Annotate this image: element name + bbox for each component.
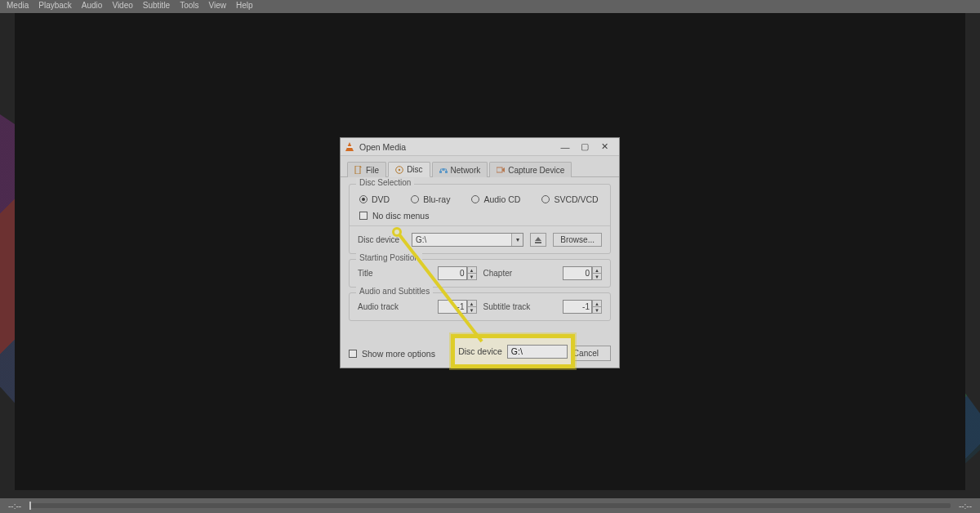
radio-svcd-label: SVCD/VCD <box>554 194 598 204</box>
callout-value-box: G:\ <box>507 345 568 359</box>
vlc-cone-icon <box>345 142 354 151</box>
audio-track-spinner[interactable]: -1 <box>438 300 467 314</box>
radio-audiocd-label: Audio CD <box>483 194 520 204</box>
callout-label: Disc device <box>458 346 502 356</box>
menu-media[interactable]: Media <box>7 1 29 12</box>
title-value: 0 <box>460 269 465 278</box>
svg-point-2 <box>399 168 400 170</box>
chevron-down-icon: ▾ <box>511 234 523 246</box>
chapter-step-down[interactable]: ▼ <box>592 274 602 280</box>
menu-help[interactable]: Help <box>236 1 253 12</box>
checkbox-show-more-options-label: Show more options <box>362 349 435 359</box>
tab-pane-disc: Disc Selection DVD Blu-ray Audio CD SVCD… <box>341 177 619 341</box>
browse-button-label: Browse... <box>560 235 595 244</box>
subtitle-track-value: -1 <box>582 302 590 311</box>
subtitle-step-up[interactable]: ▲ <box>592 300 602 307</box>
tab-capture[interactable]: Capture Device <box>489 162 572 177</box>
player-bottombar: --:-- --:-- <box>0 498 980 513</box>
disc-device-combo[interactable]: G:\ ▾ <box>412 233 523 247</box>
seek-slider[interactable] <box>29 503 951 508</box>
main-menubar: Media Playback Audio Video Subtitle Tool… <box>0 0 980 13</box>
audio-step-up[interactable]: ▲ <box>467 300 477 307</box>
network-icon <box>439 166 448 174</box>
checkbox-no-disc-menus[interactable]: No disc menus <box>359 211 602 221</box>
tab-file[interactable]: File <box>347 162 386 177</box>
radio-svcd[interactable]: SVCD/VCD <box>541 194 598 204</box>
tabs-row: File Disc Network Capture Device <box>341 156 619 177</box>
disc-device-value: G:\ <box>416 235 426 244</box>
menu-view[interactable]: View <box>209 1 227 12</box>
tab-disc[interactable]: Disc <box>388 162 430 177</box>
audio-track-value: -1 <box>457 302 465 311</box>
radio-dvd-label: DVD <box>372 194 390 204</box>
minimize-button[interactable]: — <box>555 140 575 154</box>
svg-rect-0 <box>355 166 360 174</box>
highlight-marker <box>392 227 402 237</box>
chapter-label: Chapter <box>483 269 531 278</box>
disc-icon <box>395 166 403 174</box>
checkbox-show-more-options[interactable]: Show more options <box>349 349 435 359</box>
audio-track-label: Audio track <box>358 302 408 311</box>
title-step-up[interactable]: ▲ <box>467 266 477 274</box>
tab-capture-label: Capture Device <box>508 166 564 175</box>
eject-icon <box>534 236 542 244</box>
tab-network-label: Network <box>451 166 481 175</box>
svg-rect-6 <box>497 167 502 172</box>
file-icon <box>354 166 363 174</box>
radio-bluray-label: Blu-ray <box>423 194 450 204</box>
chapter-value: 0 <box>585 269 590 278</box>
browse-button[interactable]: Browse... <box>553 233 602 247</box>
callout-disc-device: Disc device G:\ <box>451 334 575 368</box>
radio-audiocd[interactable]: Audio CD <box>471 194 520 204</box>
time-remaining: --:-- <box>959 502 972 511</box>
maximize-button[interactable]: ▢ <box>575 140 595 154</box>
eject-button[interactable] <box>530 233 546 247</box>
checkbox-no-disc-menus-label: No disc menus <box>372 211 429 221</box>
subtitle-track-label: Subtitle track <box>483 302 542 311</box>
subtitle-track-spinner[interactable]: -1 <box>563 300 592 314</box>
time-elapsed: --:-- <box>8 502 21 511</box>
title-spinner[interactable]: 0 <box>438 266 467 280</box>
tab-network[interactable]: Network <box>432 162 488 177</box>
menu-subtitle[interactable]: Subtitle <box>143 1 170 12</box>
tab-disc-label: Disc <box>407 165 422 174</box>
callout-value: G:\ <box>511 346 523 356</box>
svg-rect-7 <box>535 242 541 243</box>
group-starting-position-legend: Starting Position <box>356 253 422 262</box>
radio-dvd[interactable]: DVD <box>359 194 390 204</box>
capture-icon <box>497 166 505 174</box>
radio-bluray[interactable]: Blu-ray <box>411 194 450 204</box>
menu-audio[interactable]: Audio <box>82 1 103 12</box>
group-disc-selection-legend: Disc Selection <box>356 178 414 187</box>
menu-video[interactable]: Video <box>112 1 132 12</box>
dialog-title: Open Media <box>359 142 406 152</box>
group-disc-selection: Disc Selection DVD Blu-ray Audio CD SVCD… <box>349 184 611 254</box>
dialog-titlebar: Open Media — ▢ ✕ <box>341 138 619 156</box>
menu-playback[interactable]: Playback <box>38 1 72 12</box>
svg-rect-5 <box>445 171 448 173</box>
svg-rect-3 <box>439 171 442 173</box>
title-step-down[interactable]: ▼ <box>467 274 477 280</box>
audio-step-down[interactable]: ▼ <box>467 307 477 314</box>
group-starting-position: Starting Position Title 0 ▲▼ Chapter 0 ▲… <box>349 259 611 288</box>
subtitle-step-down[interactable]: ▼ <box>592 307 602 314</box>
close-button[interactable]: ✕ <box>595 140 614 154</box>
group-audio-subtitles-legend: Audio and Subtitles <box>356 287 433 296</box>
group-audio-subtitles: Audio and Subtitles Audio track -1 ▲▼ Su… <box>349 292 611 321</box>
chapter-step-up[interactable]: ▲ <box>592 266 602 274</box>
cancel-button-label: Cancel <box>573 349 599 358</box>
menu-tools[interactable]: Tools <box>180 1 198 12</box>
tab-file-label: File <box>366 166 379 175</box>
title-label: Title <box>358 269 397 278</box>
chapter-spinner[interactable]: 0 <box>563 266 592 280</box>
